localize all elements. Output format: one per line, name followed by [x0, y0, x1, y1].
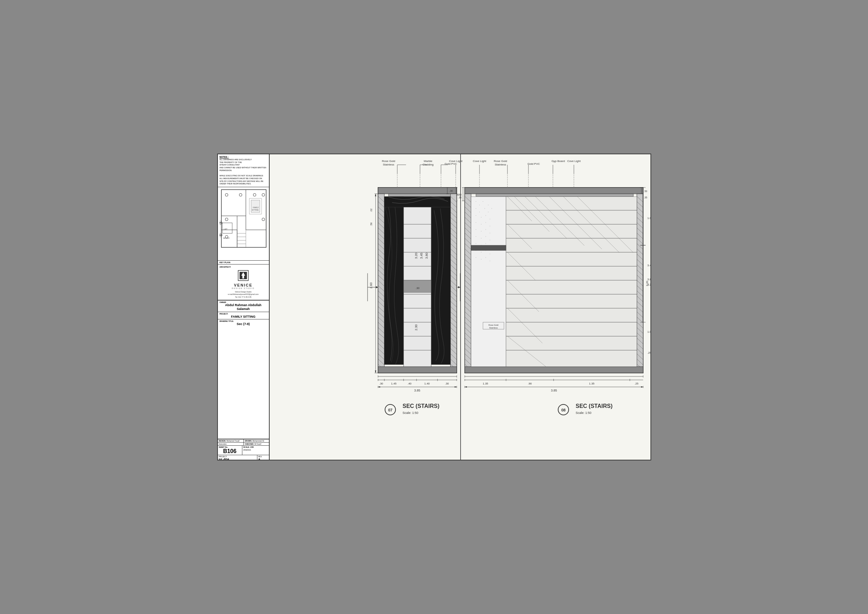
svg-point-293 — [479, 205, 480, 205]
svg-rect-329 — [506, 197, 637, 367]
svg-marker-162 — [375, 370, 376, 373]
section-07-number: 07 — [388, 408, 392, 412]
svg-text:3.20: 3.20 — [414, 253, 418, 259]
svg-point-20 — [225, 218, 228, 221]
svg-rect-57 — [378, 188, 457, 194]
svg-point-308 — [490, 225, 490, 226]
svg-rect-290 — [465, 367, 643, 373]
svg-rect-58 — [389, 194, 454, 197]
notes-title: NOTES : — [220, 156, 267, 158]
svg-rect-37 — [242, 276, 244, 278]
section-08-number: 08 — [561, 408, 565, 412]
svg-text:.35: .35 — [644, 196, 647, 199]
svg-point-294 — [483, 201, 483, 202]
svg-text:.25: .25 — [634, 382, 639, 385]
svg-point-325 — [476, 257, 476, 258]
svg-point-312 — [490, 233, 490, 233]
key-plan-label: KEY PLAN: — [218, 261, 269, 264]
svg-text:1.35: 1.35 — [589, 382, 595, 385]
svg-point-303 — [485, 215, 486, 216]
svg-text:1.40: 1.40 — [424, 382, 430, 385]
svg-text:Stainless: Stainless — [383, 163, 394, 166]
svg-point-22 — [262, 218, 265, 221]
design-drawn-row: DESIGN: Mohamed Yousif DRAWN: Mohammed A… — [218, 439, 270, 442]
architect-label: ARCHITECT: — [220, 266, 267, 268]
svg-point-314 — [481, 238, 482, 239]
svg-point-16 — [225, 193, 228, 196]
scale-label: SCALE: 1/50 — [243, 446, 268, 448]
venice-brand-text: VENICE — [220, 283, 267, 287]
svg-rect-137 — [378, 367, 457, 373]
svg-point-18 — [253, 193, 256, 196]
notes-text: ALL DRAWINGS ARE EXCLUSIVELY THE PROPERT… — [220, 159, 267, 185]
contact-email: e-mail:Mohamedyossef163@gmail.com — [220, 293, 267, 296]
svg-text:.60: .60 — [456, 193, 459, 196]
svg-text:Gyp Board: Gyp Board — [551, 160, 564, 163]
svg-rect-209 — [465, 188, 643, 194]
svg-point-316 — [490, 239, 490, 240]
architect-section: ARCHITECT: VENICE DESIGN STUDIO Venice D… — [218, 264, 269, 300]
svg-point-17 — [239, 193, 242, 196]
contact-info: Venice Design Studio e-mail:Mohamedyosse… — [220, 291, 267, 299]
drawing-title-value: Sec (7-8) — [220, 322, 267, 326]
svg-text:3.80: 3.80 — [425, 253, 428, 259]
svg-text:1.00: 1.00 — [647, 330, 651, 333]
svg-text:Rose Gold: Rose Gold — [488, 324, 498, 326]
svg-rect-210 — [476, 194, 633, 197]
svg-text:BALCONY: BALCONY — [223, 237, 230, 239]
svg-text:Marble: Marble — [423, 160, 432, 163]
checked-value: M.Yousif — [254, 443, 261, 445]
execution-checked-row: Execution: CHECKED: M.Yousif — [218, 442, 270, 445]
section-07-title: SEC (STAIRS) — [403, 403, 439, 409]
svg-point-305 — [476, 222, 476, 223]
svg-point-299 — [491, 208, 492, 209]
drawn-cell: DRAWN: Mohammed Ali — [244, 440, 270, 442]
owner-section: OWNER Abdul Rahman AbdullahSalamah — [218, 300, 269, 312]
svg-text:2.60: 2.60 — [369, 282, 373, 289]
svg-point-304 — [490, 219, 490, 219]
sheet-no-value: B106 — [219, 448, 241, 454]
section-08-scale: Scale: 1:50 — [576, 411, 591, 415]
execution-cell: Execution: — [218, 443, 244, 445]
svg-point-300 — [488, 211, 488, 212]
svg-text:Stainless: Stainless — [489, 327, 497, 329]
notes-section: NOTES : ALL DRAWINGS ARE EXCLUSIVELY THE… — [218, 154, 269, 187]
page: NOTES : ALL DRAWINGS ARE EXCLUSIVELY THE… — [217, 154, 651, 460]
svg-text:.30: .30 — [415, 286, 420, 290]
svg-text:1.00: 1.00 — [647, 216, 651, 220]
contact-tel: Tel. 012 77 9 35 0 85 — [220, 296, 267, 299]
svg-point-298 — [488, 205, 488, 205]
design-studio-text: DESIGN STUDIO — [220, 287, 267, 289]
drawing-title-section: DRAWING TITLE: Sec (7-8) — [218, 319, 269, 326]
svg-text:.90: .90 — [528, 382, 532, 385]
svg-marker-190 — [455, 386, 457, 388]
svg-point-296 — [479, 211, 480, 212]
svg-text:3.45: 3.45 — [420, 253, 423, 259]
sheet-row: SHEET No. B106 SCALE: 1/50 25/9/2021 — [218, 445, 270, 455]
svg-text:SITTING: SITTING — [252, 209, 259, 211]
date-value: 25/9/2021 — [243, 449, 268, 451]
sheet-no: SHEET No. B106 — [218, 446, 242, 455]
svg-point-295 — [476, 208, 476, 209]
contact-name: Venice Design Studio — [220, 291, 267, 294]
bottom-table: DESIGN: Mohamed Yousif DRAWN: Mohammed A… — [218, 439, 270, 460]
svg-text:Rose Gold: Rose Gold — [494, 160, 507, 163]
svg-text:.30: .30 — [445, 382, 449, 385]
svg-point-315 — [485, 236, 486, 237]
svg-point-301 — [476, 215, 476, 216]
svg-point-328 — [490, 261, 490, 261]
svg-point-317 — [476, 243, 476, 244]
svg-text:FAMILY: FAMILY — [253, 207, 259, 208]
svg-text:Gold PVC: Gold PVC — [445, 162, 457, 165]
left-panel: NOTES : ALL DRAWINGS ARE EXCLUSIVELY THE… — [218, 154, 270, 460]
proj-value: Int -R04 — [219, 458, 256, 460]
svg-point-322 — [481, 252, 482, 253]
svg-point-310 — [481, 231, 482, 232]
svg-text:.35: .35 — [458, 196, 462, 199]
svg-text:Cove Light: Cove Light — [473, 160, 486, 163]
svg-text:3.85: 3.85 — [414, 389, 420, 392]
section-08-title: SEC (STAIRS) — [576, 403, 612, 409]
floor-plan: FAMILY SITTING LIFT BALCONY — [218, 187, 269, 261]
project-name: FAMILY SITTING — [220, 315, 267, 319]
svg-point-324 — [490, 253, 490, 254]
